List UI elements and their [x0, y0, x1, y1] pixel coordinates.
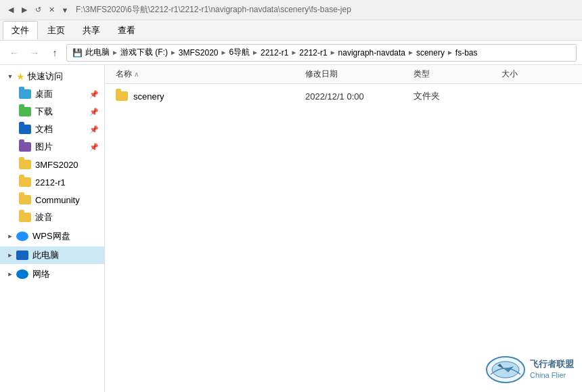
- file-date-cell: 2022/12/1 0:00: [305, 91, 413, 102]
- nav-forward-button[interactable]: →: [26, 44, 43, 62]
- sep-4: ►: [252, 49, 259, 56]
- col-header-name[interactable]: 名称 ∧: [116, 68, 305, 80]
- sep-2: ►: [170, 49, 177, 56]
- sidebar-wps: ► WPS网盘: [0, 227, 104, 245]
- pictures-label: 图片: [35, 141, 53, 153]
- chevron-down-icon: ▼: [5, 72, 15, 81]
- network-header[interactable]: ► 网络: [0, 265, 104, 283]
- network-label: 网络: [32, 268, 50, 280]
- file-name-cell: scenery: [116, 91, 305, 102]
- col-header-type[interactable]: 类型: [413, 68, 501, 80]
- 3mfs-label: 3MFS2020: [35, 160, 79, 170]
- title-bar-controls[interactable]: ◀ ▶ ↺ ✕ ▼ F:\3MFS2020\6导航\2212-r1\2212-r…: [5, 4, 351, 16]
- sidebar-item-desktop[interactable]: 桌面 📌: [0, 85, 104, 103]
- folder-icon-pictures: [19, 142, 31, 152]
- sidebar-item-downloads[interactable]: 下载 📌: [0, 103, 104, 121]
- pin-icon-downloads: 📌: [89, 107, 99, 116]
- tab-home[interactable]: 主页: [39, 22, 73, 39]
- breadcrumb-navigraph[interactable]: navigraph-navdata: [338, 48, 405, 58]
- star-icon: ★: [16, 71, 25, 82]
- arrow-icon[interactable]: ▼: [60, 5, 70, 16]
- table-row[interactable]: scenery 2022/12/1 0:00 文件夹: [105, 87, 582, 106]
- sidebar-pc: ► 此电脑: [0, 246, 104, 264]
- sidebar-item-3mfs[interactable]: 3MFS2020: [0, 156, 104, 173]
- 2212-label: 2212-r1: [35, 177, 66, 188]
- sidebar: ▼ ★ 快速访问 桌面 📌 下载 📌 文档 📌 图片: [0, 65, 105, 392]
- close-icon[interactable]: ✕: [46, 5, 57, 16]
- content-area: 名称 ∧ 修改日期 类型 大小 scenery 2022/12/1 0:00 文…: [105, 65, 582, 392]
- quick-access-label: 快速访问: [28, 70, 63, 83]
- breadcrumb-nav[interactable]: 6导航: [229, 47, 250, 58]
- back-icon[interactable]: ◀: [5, 5, 16, 16]
- sidebar-network: ► 网络: [0, 265, 104, 283]
- wps-header[interactable]: ► WPS网盘: [0, 227, 104, 245]
- breadcrumb-2212-2[interactable]: 2212-r1: [299, 48, 327, 58]
- breadcrumb-2212-1[interactable]: 2212-r1: [261, 48, 288, 58]
- sep-7: ►: [407, 49, 414, 56]
- pc-label: 此电脑: [32, 249, 59, 261]
- folder-icon-boeing: [19, 213, 31, 222]
- wps-label: WPS网盘: [32, 230, 70, 242]
- col-header-size[interactable]: 大小: [501, 68, 569, 80]
- folder-icon-downloads: [19, 107, 31, 116]
- folder-icon-2212: [19, 177, 31, 187]
- sep-3: ►: [221, 49, 227, 56]
- sidebar-item-pictures[interactable]: 图片 📌: [0, 138, 104, 156]
- folder-icon-community: [19, 195, 31, 204]
- file-type-cell: 文件夹: [413, 90, 501, 102]
- column-headers: 名称 ∧ 修改日期 类型 大小: [105, 65, 582, 84]
- sep-1: ►: [112, 49, 118, 56]
- pc-header[interactable]: ► 此电脑: [0, 246, 104, 264]
- undo-icon[interactable]: ↺: [32, 5, 43, 16]
- breadcrumb-3mfs[interactable]: 3MFS2020: [179, 48, 219, 58]
- folder-icon-3mfs: [19, 160, 31, 169]
- downloads-label: 下载: [35, 106, 53, 118]
- community-label: Community: [35, 195, 80, 205]
- sep-8: ►: [447, 49, 453, 56]
- sidebar-item-community[interactable]: Community: [0, 191, 104, 209]
- chevron-right-pc-icon: ►: [5, 251, 15, 260]
- sep-5: ►: [290, 49, 297, 56]
- pin-icon-docs: 📌: [89, 125, 99, 134]
- col-header-date[interactable]: 修改日期: [305, 68, 413, 80]
- nav-back-button[interactable]: ←: [5, 44, 23, 62]
- quick-access-header[interactable]: ▼ ★ 快速访问: [0, 68, 104, 85]
- folder-icon-desktop: [19, 89, 31, 99]
- file-list: scenery 2022/12/1 0:00 文件夹: [105, 84, 582, 392]
- nav-up-button[interactable]: ↑: [46, 44, 64, 62]
- sidebar-item-2212[interactable]: 2212-r1: [0, 173, 104, 191]
- sort-indicator: ∧: [134, 70, 139, 78]
- sep-6: ►: [330, 49, 336, 56]
- title-bar: ◀ ▶ ↺ ✕ ▼ F:\3MFS2020\6导航\2212-r1\2212-r…: [0, 0, 582, 20]
- ribbon: 文件 主页 共享 查看: [0, 20, 582, 41]
- watermark: 飞行者联盟 China Flier: [485, 355, 574, 384]
- breadcrumb-fsbas[interactable]: fs-bas: [455, 48, 478, 58]
- breadcrumb-pc[interactable]: 💾 此电脑: [72, 47, 110, 58]
- docs-label: 文档: [35, 123, 53, 135]
- pin-icon-desktop: 📌: [89, 89, 99, 99]
- wps-cloud-icon: [16, 232, 28, 241]
- watermark-logo-icon: [485, 355, 526, 384]
- breadcrumb-bar[interactable]: 💾 此电脑 ► 游戏下载 (F:) ► 3MFS2020 ► 6导航 ► 221…: [66, 44, 577, 62]
- main-layout: ▼ ★ 快速访问 桌面 📌 下载 📌 文档 📌 图片: [0, 65, 582, 392]
- sidebar-item-boeing[interactable]: 波音: [0, 209, 104, 226]
- nav-bar: ← → ↑ 💾 此电脑 ► 游戏下载 (F:) ► 3MFS2020 ► 6导航…: [0, 41, 582, 65]
- desktop-label: 桌面: [35, 88, 53, 100]
- boeing-label: 波音: [35, 211, 53, 223]
- tab-share[interactable]: 共享: [74, 22, 108, 39]
- chevron-right-wps-icon: ►: [5, 232, 15, 241]
- pin-icon-pictures: 📌: [89, 142, 99, 152]
- folder-icon-docs: [19, 125, 31, 134]
- network-icon: [16, 269, 28, 279]
- watermark-text: 飞行者联盟 China Flier: [530, 359, 574, 380]
- forward-icon[interactable]: ▶: [19, 5, 30, 16]
- breadcrumb-drive[interactable]: 游戏下载 (F:): [120, 47, 168, 58]
- sidebar-quick-access: ▼ ★ 快速访问 桌面 📌 下载 📌 文档 📌 图片: [0, 68, 104, 226]
- pc-icon: [16, 251, 28, 260]
- title-path: F:\3MFS2020\6导航\2212-r1\2212-r1\navigrap…: [76, 4, 351, 16]
- sidebar-item-docs[interactable]: 文档 📌: [0, 121, 104, 138]
- tab-view[interactable]: 查看: [110, 22, 143, 39]
- breadcrumb-scenery[interactable]: scenery: [416, 48, 445, 58]
- chevron-right-net-icon: ►: [5, 269, 15, 279]
- tab-file[interactable]: 文件: [3, 21, 38, 40]
